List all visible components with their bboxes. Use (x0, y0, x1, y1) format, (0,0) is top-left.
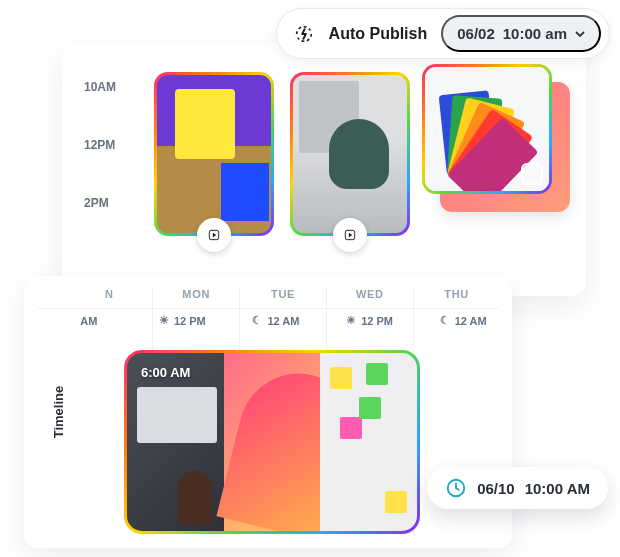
time-header: ☾12 AM (416, 314, 510, 327)
scheduled-post-thumb[interactable] (290, 72, 410, 236)
pane-image (320, 353, 417, 531)
time-header: ☀12 PM (323, 314, 417, 327)
pane-image (224, 353, 321, 531)
caret-down-icon (575, 25, 585, 42)
clock-icon (445, 477, 467, 499)
schedule-date: 06/02 (457, 25, 495, 42)
day-schedule-card: 10AM 12PM 2PM (62, 44, 586, 296)
schedule-tooltip[interactable]: 06/10 10:00 AM (427, 467, 608, 509)
lightning-refresh-icon (293, 23, 315, 45)
scheduled-post-stack[interactable] (422, 64, 570, 212)
time-label: 12PM (84, 138, 116, 152)
time-label: 10AM (84, 80, 116, 94)
auto-publish-bar: Auto Publish 06/02 10:00 am (276, 8, 610, 59)
pane-image: 6:00 AM (127, 353, 224, 531)
time-header-row: AM ☀12 PM ☾12 AM ☀12 PM ☾12 AM (42, 314, 510, 327)
timeline-label: Timeline (51, 386, 66, 439)
thumb-image (293, 75, 407, 233)
thumb-image (425, 67, 549, 191)
sun-icon: ☀ (346, 314, 356, 327)
schedule-time: 10:00 am (503, 25, 567, 42)
scheduled-post-thumb[interactable] (154, 72, 274, 236)
time-axis: 10AM 12PM 2PM (84, 80, 116, 210)
day-header-row: N MON TUE WED THU (66, 288, 500, 300)
timeline-post-thumb[interactable]: 6:00 AM (124, 350, 420, 534)
tooltip-time: 10:00 AM (525, 480, 590, 497)
day-header: N (66, 288, 153, 300)
auto-publish-label: Auto Publish (329, 25, 428, 43)
time-header: ☾12 AM (229, 314, 323, 327)
time-label: 2PM (84, 196, 116, 210)
time-header: AM (42, 314, 136, 327)
sun-icon: ☀ (159, 314, 169, 327)
overlay-timestamp: 6:00 AM (141, 365, 190, 380)
play-icon (333, 218, 367, 252)
moon-icon: ☾ (440, 314, 450, 327)
day-header: THU (413, 288, 500, 300)
day-header: TUE (240, 288, 327, 300)
carousel-icon (521, 163, 543, 185)
schedule-datetime-button[interactable]: 06/02 10:00 am (441, 15, 601, 52)
day-header: MON (153, 288, 240, 300)
play-icon (197, 218, 231, 252)
thumb-image (157, 75, 271, 233)
day-header: WED (326, 288, 413, 300)
tooltip-date: 06/10 (477, 480, 515, 497)
time-header: ☀12 PM (136, 314, 230, 327)
moon-icon: ☾ (252, 314, 262, 327)
